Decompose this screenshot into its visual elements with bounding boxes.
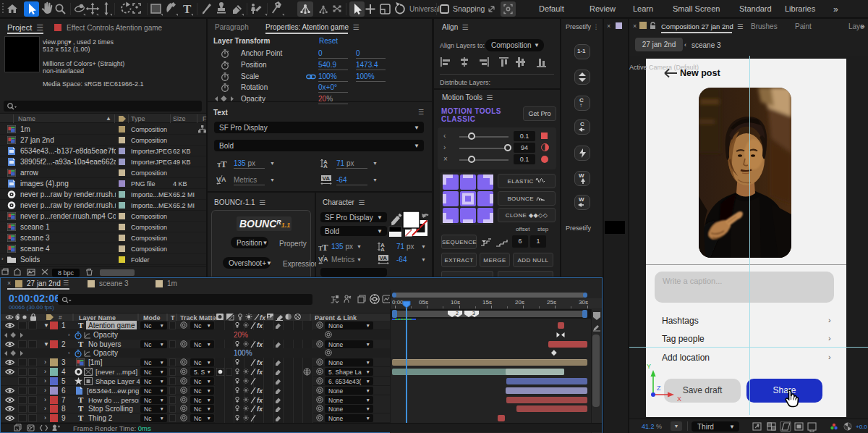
svg-text:Default: Default [539,4,564,13]
svg-text:V: V [216,176,221,183]
svg-text:8 bpc: 8 bpc [58,269,75,277]
svg-text:Libraries: Libraries [785,4,816,13]
svg-text:T: T [183,2,192,16]
svg-text:Layer Name: Layer Name [79,314,116,321]
svg-text:Learn: Learn [633,4,653,13]
svg-text:VA: VA [380,255,388,261]
svg-text:Mode: Mode [143,314,161,321]
svg-text:fx: fx [257,387,263,395]
svg-text:»: » [833,4,838,14]
svg-text:A: A [323,256,328,263]
svg-text:Universal: Universal [409,5,440,13]
svg-text:Parent & Link: Parent & Link [315,314,357,321]
svg-text:3: 3 [472,311,475,316]
svg-text:Y: Y [647,363,651,370]
svg-text:T: T [322,242,328,251]
svg-text:Standard: Standard [739,4,772,13]
svg-text:fx: fx [257,359,263,366]
svg-text:fx: fx [260,314,266,321]
svg-text:Z: Z [657,384,661,392]
svg-text:T: T [171,314,175,321]
svg-text:2: 2 [456,311,459,316]
svg-text:A: A [323,163,328,168]
svg-text:A: A [380,246,385,251]
svg-text:Review: Review [590,4,616,13]
svg-text:fx: fx [257,397,263,404]
svg-text:T: T [221,159,227,168]
svg-text:Small Screen: Small Screen [673,4,720,13]
svg-text:VA: VA [323,175,331,182]
svg-text:#: # [59,314,62,321]
svg-text:fx: fx [257,322,263,329]
svg-text:Track Matte: Track Matte [180,314,216,321]
svg-text:fx: fx [257,405,263,413]
svg-text:V: V [318,256,323,263]
svg-text:Snapping: Snapping [453,4,485,13]
svg-text:A: A [221,176,226,183]
svg-text:fx: fx [257,341,263,348]
svg-text:X: X [677,395,681,403]
svg-text:fx: fx [257,369,263,376]
